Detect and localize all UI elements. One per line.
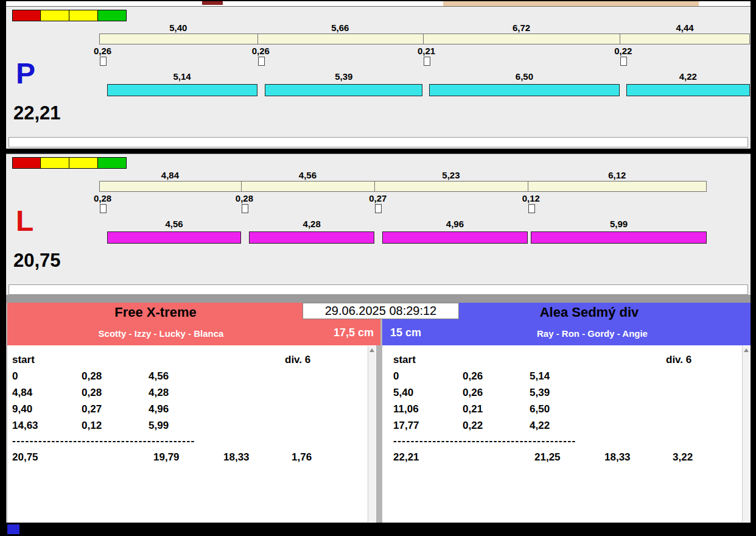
results-table-body: startdiv. 600,265,145,400,265,3911,060,2… [388,345,742,523]
cell-run-time: 4,22 [530,420,550,432]
run-bar [531,231,706,244]
split-divider [423,34,424,44]
cell-run-time: 4,96 [149,403,169,415]
cell-start-time: 0 [12,370,18,383]
background-window-strip [6,1,751,6]
cell-start-time: 17,77 [393,420,419,432]
team-panel-right: Alea Sedmý div Ray - Ron - Gordy - Angie… [382,303,751,523]
cell-run-time: 5,99 [149,420,169,432]
results-table-body: startdiv. 600,284,564,840,284,289,400,27… [7,345,368,523]
total-value-4: 3,22 [673,451,693,464]
split-divider [374,181,375,192]
timestamp: 29.06.2025 08:29:12 [303,303,459,319]
run-bar [429,84,620,96]
section-separator [6,295,751,303]
scroll-up-arrow[interactable] [744,348,749,352]
cell-reaction-time: 0,22 [463,420,483,432]
run-bar [265,84,422,96]
total-value-4: 1,76 [292,451,312,464]
menu-fragment [202,1,223,5]
run-bar [626,84,750,96]
lane-bars: 5,400,265,145,660,265,396,720,216,504,44… [6,7,751,149]
cell-run-time: 4,56 [149,370,169,383]
split-total-bar [99,181,707,192]
reaction-marker [242,204,248,213]
reaction-marker [375,204,382,213]
reaction-marker [528,204,535,213]
split-time-label: 6,72 [423,23,620,33]
cell-reaction-time: 0,26 [463,370,483,383]
reaction-time-label: 0,27 [369,193,387,203]
lane-status-strip [9,137,748,147]
lane-total-time: 20,75 [13,250,61,271]
cell-start-time: 5,40 [393,387,413,399]
lane-panel-P: 5,400,265,145,660,265,396,720,216,504,44… [6,6,751,149]
cell-run-time: 6,50 [530,403,550,415]
reaction-time-label: 0,26 [94,46,111,56]
cell-run-time: 4,28 [149,387,169,399]
team-members: Ray - Ron - Gordy - Angie [446,328,738,339]
cell-reaction-time: 0,28 [82,370,102,383]
table-separator: ----------------------------------------… [393,435,576,447]
jump-height-label: 15 cm [390,326,421,339]
lane-letter: L [16,206,33,236]
run-time-label: 6,50 [429,71,620,82]
reaction-time-label: 0,12 [522,193,540,203]
lane-letter: P [16,59,35,88]
total-value-3: 18,33 [604,451,631,464]
run-bar [107,84,257,96]
table-scrollbar[interactable] [742,346,750,522]
split-divider [528,181,528,192]
cell-run-time: 5,39 [530,387,550,399]
reaction-time-label: 0,22 [614,46,632,56]
split-time-label: 5,40 [99,23,257,33]
cell-start-time: 0 [393,370,399,383]
results-section: Free X-treme Scotty - Izzy - Lucky - Bla… [6,303,751,523]
split-time-label: 5,23 [374,170,528,180]
reaction-marker [100,57,107,66]
split-time-label: 5,66 [257,23,423,33]
reaction-marker [424,57,430,66]
run-time-label: 5,39 [265,71,422,82]
reaction-time-label: 0,28 [94,193,111,203]
cell-reaction-time: 0,12 [82,420,102,432]
table-start-label: start [393,354,416,366]
table-start-label: start [12,354,35,366]
team-name: Alea Sedmý div [443,305,735,320]
run-time-label: 5,14 [107,71,257,82]
lane-status-strip [9,284,748,295]
split-time-label: 4,84 [99,170,241,180]
run-time-label: 4,96 [382,219,528,229]
background-titlebar-fragment [443,1,699,6]
table-div-label: div. 6 [285,354,310,366]
lane-bars: 4,840,284,564,560,284,285,230,274,966,12… [6,154,751,295]
split-time-label: 4,56 [241,170,374,180]
run-time-label: 4,28 [249,219,374,229]
run-bar [107,231,240,244]
run-bar [249,231,374,244]
total-value-2: 19,79 [153,451,180,464]
jump-height-label: 17,5 cm [269,326,374,339]
cell-start-time: 11,06 [393,403,419,415]
reaction-marker [100,204,107,213]
scroll-up-arrow[interactable] [369,348,374,352]
table-scrollbar[interactable] [368,346,376,522]
reaction-time-label: 0,28 [236,193,253,203]
run-time-label: 4,56 [107,219,240,229]
cell-run-time: 5,14 [530,370,550,383]
total-value-2: 21,25 [534,451,561,464]
lane-panel-L: 4,840,284,564,560,284,285,230,274,966,12… [6,153,751,295]
reaction-marker [258,57,265,66]
team-panel-left: Free X-treme Scotty - Izzy - Lucky - Bla… [7,303,380,523]
total-value-3: 18,33 [223,451,250,464]
results-table: startdiv. 600,265,145,400,265,3911,060,2… [382,345,751,523]
lane-total-time: 22,21 [13,103,61,124]
run-time-label: 5,99 [531,219,706,229]
cell-start-time: 9,40 [12,403,32,415]
reaction-time-label: 0,26 [252,46,270,56]
cell-reaction-time: 0,26 [463,387,483,399]
panel-separator [6,149,751,153]
reaction-marker [620,57,627,66]
split-time-label: 6,12 [528,170,707,180]
total-value-1: 20,75 [12,451,38,464]
